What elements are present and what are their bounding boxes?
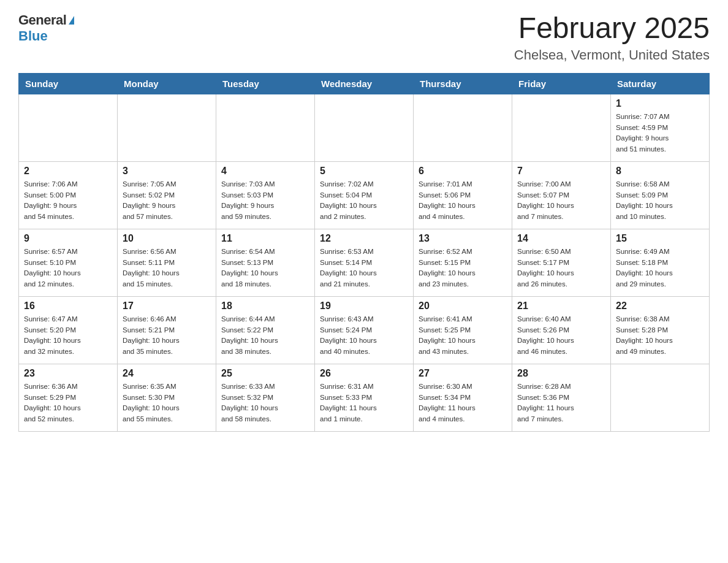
logo: General Blue xyxy=(18,12,74,44)
day-number: 13 xyxy=(419,233,507,244)
day-info: Sunrise: 6:58 AMSunset: 5:09 PMDaylight:… xyxy=(616,179,704,223)
day-info: Sunrise: 6:54 AMSunset: 5:13 PMDaylight:… xyxy=(221,247,309,290)
day-number: 6 xyxy=(419,166,507,177)
calendar-cell: 25Sunrise: 6:33 AMSunset: 5:32 PMDayligh… xyxy=(216,364,315,431)
day-number: 9 xyxy=(24,233,112,244)
calendar-cell: 26Sunrise: 6:31 AMSunset: 5:33 PMDayligh… xyxy=(315,364,414,431)
day-number: 8 xyxy=(616,166,704,177)
day-info: Sunrise: 6:47 AMSunset: 5:20 PMDaylight:… xyxy=(24,314,112,358)
day-number: 25 xyxy=(221,368,309,379)
calendar-cell: 9Sunrise: 6:57 AMSunset: 5:10 PMDaylight… xyxy=(19,229,118,296)
day-info: Sunrise: 6:56 AMSunset: 5:11 PMDaylight:… xyxy=(123,247,211,290)
day-number: 21 xyxy=(517,301,605,312)
day-info: Sunrise: 6:46 AMSunset: 5:21 PMDaylight:… xyxy=(123,314,211,358)
day-info: Sunrise: 6:43 AMSunset: 5:24 PMDaylight:… xyxy=(320,314,408,358)
day-info: Sunrise: 6:50 AMSunset: 5:17 PMDaylight:… xyxy=(517,247,605,290)
calendar-week-row: 9Sunrise: 6:57 AMSunset: 5:10 PMDaylight… xyxy=(19,229,710,296)
day-number: 20 xyxy=(419,301,507,312)
logo-blue-text: Blue xyxy=(18,28,48,44)
calendar-cell: 3Sunrise: 7:05 AMSunset: 5:02 PMDaylight… xyxy=(118,161,216,229)
calendar-cell: 15Sunrise: 6:49 AMSunset: 5:18 PMDayligh… xyxy=(611,229,710,296)
day-info: Sunrise: 6:30 AMSunset: 5:34 PMDaylight:… xyxy=(419,381,507,425)
day-number: 17 xyxy=(123,301,211,312)
day-number: 26 xyxy=(320,368,408,379)
day-number: 5 xyxy=(320,166,408,177)
day-info: Sunrise: 6:28 AMSunset: 5:36 PMDaylight:… xyxy=(517,381,605,425)
day-info: Sunrise: 7:00 AMSunset: 5:07 PMDaylight:… xyxy=(517,179,605,223)
calendar-week-row: 1Sunrise: 7:07 AMSunset: 4:59 PMDaylight… xyxy=(19,94,710,161)
calendar-cell: 1Sunrise: 7:07 AMSunset: 4:59 PMDaylight… xyxy=(611,94,710,161)
day-info: Sunrise: 7:03 AMSunset: 5:03 PMDaylight:… xyxy=(221,179,309,223)
calendar-cell: 6Sunrise: 7:01 AMSunset: 5:06 PMDaylight… xyxy=(414,161,512,229)
day-info: Sunrise: 6:40 AMSunset: 5:26 PMDaylight:… xyxy=(517,314,605,358)
calendar-cell xyxy=(118,94,216,161)
calendar-cell: 22Sunrise: 6:38 AMSunset: 5:28 PMDayligh… xyxy=(611,296,710,364)
page-header: General Blue February 2025 Chelsea, Verm… xyxy=(18,12,710,63)
logo-triangle-icon xyxy=(69,16,74,25)
day-number: 11 xyxy=(221,233,309,244)
calendar-header-sunday: Sunday xyxy=(19,73,118,94)
day-number: 27 xyxy=(419,368,507,379)
calendar-cell: 19Sunrise: 6:43 AMSunset: 5:24 PMDayligh… xyxy=(315,296,414,364)
calendar-title: February 2025 xyxy=(514,12,710,45)
calendar-cell xyxy=(414,94,512,161)
day-number: 16 xyxy=(24,301,112,312)
day-number: 14 xyxy=(517,233,605,244)
day-info: Sunrise: 7:07 AMSunset: 4:59 PMDaylight:… xyxy=(616,112,704,155)
day-info: Sunrise: 7:01 AMSunset: 5:06 PMDaylight:… xyxy=(419,179,507,223)
day-info: Sunrise: 6:41 AMSunset: 5:25 PMDaylight:… xyxy=(419,314,507,358)
day-number: 22 xyxy=(616,301,704,312)
day-info: Sunrise: 6:38 AMSunset: 5:28 PMDaylight:… xyxy=(616,314,704,358)
calendar-cell: 4Sunrise: 7:03 AMSunset: 5:03 PMDaylight… xyxy=(216,161,315,229)
calendar-cell: 18Sunrise: 6:44 AMSunset: 5:22 PMDayligh… xyxy=(216,296,315,364)
calendar-cell: 28Sunrise: 6:28 AMSunset: 5:36 PMDayligh… xyxy=(512,364,611,431)
day-info: Sunrise: 6:36 AMSunset: 5:29 PMDaylight:… xyxy=(24,381,112,425)
calendar-cell: 17Sunrise: 6:46 AMSunset: 5:21 PMDayligh… xyxy=(118,296,216,364)
calendar-week-row: 16Sunrise: 6:47 AMSunset: 5:20 PMDayligh… xyxy=(19,296,710,364)
calendar-cell xyxy=(315,94,414,161)
day-info: Sunrise: 6:31 AMSunset: 5:33 PMDaylight:… xyxy=(320,381,408,425)
day-number: 4 xyxy=(221,166,309,177)
calendar-week-row: 23Sunrise: 6:36 AMSunset: 5:29 PMDayligh… xyxy=(19,364,710,431)
day-info: Sunrise: 6:53 AMSunset: 5:14 PMDaylight:… xyxy=(320,247,408,290)
calendar-cell: 13Sunrise: 6:52 AMSunset: 5:15 PMDayligh… xyxy=(414,229,512,296)
day-number: 28 xyxy=(517,368,605,379)
calendar-cell: 11Sunrise: 6:54 AMSunset: 5:13 PMDayligh… xyxy=(216,229,315,296)
day-number: 3 xyxy=(123,166,211,177)
calendar-cell: 8Sunrise: 6:58 AMSunset: 5:09 PMDaylight… xyxy=(611,161,710,229)
calendar-cell xyxy=(19,94,118,161)
title-block: February 2025 Chelsea, Vermont, United S… xyxy=(514,12,710,63)
calendar-header-saturday: Saturday xyxy=(611,73,710,94)
calendar-header-row: SundayMondayTuesdayWednesdayThursdayFrid… xyxy=(19,73,710,94)
calendar-cell xyxy=(216,94,315,161)
day-number: 23 xyxy=(24,368,112,379)
day-number: 2 xyxy=(24,166,112,177)
calendar-table: SundayMondayTuesdayWednesdayThursdayFrid… xyxy=(18,73,710,432)
day-info: Sunrise: 6:57 AMSunset: 5:10 PMDaylight:… xyxy=(24,247,112,290)
calendar-cell: 27Sunrise: 6:30 AMSunset: 5:34 PMDayligh… xyxy=(414,364,512,431)
calendar-cell: 10Sunrise: 6:56 AMSunset: 5:11 PMDayligh… xyxy=(118,229,216,296)
calendar-header-wednesday: Wednesday xyxy=(315,73,414,94)
day-info: Sunrise: 7:02 AMSunset: 5:04 PMDaylight:… xyxy=(320,179,408,223)
day-number: 12 xyxy=(320,233,408,244)
day-number: 7 xyxy=(517,166,605,177)
calendar-cell xyxy=(512,94,611,161)
calendar-cell: 2Sunrise: 7:06 AMSunset: 5:00 PMDaylight… xyxy=(19,161,118,229)
calendar-cell: 23Sunrise: 6:36 AMSunset: 5:29 PMDayligh… xyxy=(19,364,118,431)
calendar-cell: 21Sunrise: 6:40 AMSunset: 5:26 PMDayligh… xyxy=(512,296,611,364)
calendar-week-row: 2Sunrise: 7:06 AMSunset: 5:00 PMDaylight… xyxy=(19,161,710,229)
calendar-cell: 20Sunrise: 6:41 AMSunset: 5:25 PMDayligh… xyxy=(414,296,512,364)
calendar-header-monday: Monday xyxy=(118,73,216,94)
day-number: 19 xyxy=(320,301,408,312)
day-number: 18 xyxy=(221,301,309,312)
day-info: Sunrise: 6:52 AMSunset: 5:15 PMDaylight:… xyxy=(419,247,507,290)
calendar-subtitle: Chelsea, Vermont, United States xyxy=(514,47,710,63)
day-info: Sunrise: 7:06 AMSunset: 5:00 PMDaylight:… xyxy=(24,179,112,223)
calendar-cell: 5Sunrise: 7:02 AMSunset: 5:04 PMDaylight… xyxy=(315,161,414,229)
calendar-cell: 12Sunrise: 6:53 AMSunset: 5:14 PMDayligh… xyxy=(315,229,414,296)
day-info: Sunrise: 7:05 AMSunset: 5:02 PMDaylight:… xyxy=(123,179,211,223)
calendar-header-thursday: Thursday xyxy=(414,73,512,94)
day-info: Sunrise: 6:44 AMSunset: 5:22 PMDaylight:… xyxy=(221,314,309,358)
calendar-cell xyxy=(611,364,710,431)
day-info: Sunrise: 6:49 AMSunset: 5:18 PMDaylight:… xyxy=(616,247,704,290)
